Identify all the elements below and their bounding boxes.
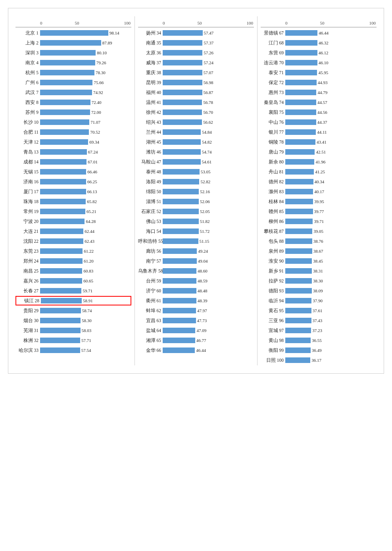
city-label: 东营 69 <box>261 50 285 56</box>
bar-area: 37.43 <box>285 316 377 325</box>
axis-header: 050100 <box>261 16 377 27</box>
bar <box>40 109 90 115</box>
bar <box>163 318 196 323</box>
chart-row: 江门 6846.32 <box>261 38 377 48</box>
city-label: 潍坊 46 <box>138 149 163 155</box>
chart-row: 包头 8838.76 <box>261 236 377 246</box>
chart-row: 日照 10036.17 <box>261 355 377 365</box>
bar-area: 41.96 <box>285 157 377 167</box>
city-label: 马鞍山 47 <box>138 159 163 165</box>
bar-area: 37.90 <box>285 296 377 305</box>
value-label: 44.57 <box>317 100 327 105</box>
city-label: 襄阳 75 <box>261 109 285 115</box>
city-label: 徐州 42 <box>138 109 163 115</box>
chart-row: 唐山 7942.51 <box>261 147 377 157</box>
value-label: 48.59 <box>198 278 208 283</box>
bar-area: 44.79 <box>285 88 377 97</box>
city-label: 绍兴 43 <box>138 119 163 125</box>
chart-row: 廊坊 5649.24 <box>138 246 254 256</box>
city-label: 成都 14 <box>15 159 40 165</box>
chart-row: 徐州 4256.70 <box>138 108 254 117</box>
city-label: 衡阳 99 <box>261 347 285 353</box>
axis-hundred-label: 100 <box>369 21 376 25</box>
bar-area: 52.16 <box>163 187 254 196</box>
chart-row: 石家庄 5252.05 <box>138 207 254 216</box>
bar-area: 79.26 <box>40 58 131 67</box>
chart-row: 黄山 9836.55 <box>261 336 377 345</box>
bar-area: 48.39 <box>163 296 254 305</box>
city-label: 宁波 20 <box>15 219 40 225</box>
chart-row: 沈阳 2262.43 <box>15 236 131 246</box>
value-label: 36.17 <box>311 358 321 363</box>
bar-area: 61.20 <box>40 256 131 266</box>
bar <box>163 100 202 105</box>
bar <box>285 248 312 254</box>
bar-area: 46.12 <box>285 48 377 58</box>
value-label: 51.72 <box>200 229 210 234</box>
bar-area: 56.98 <box>163 78 254 87</box>
chart-row: 泰州 4853.05 <box>138 167 254 177</box>
value-label: 70.52 <box>90 130 100 134</box>
bar-area: 46.32 <box>285 38 377 48</box>
value-label: 44.93 <box>318 80 328 85</box>
bar-area: 36.55 <box>285 336 377 345</box>
city-label: 绵阳 50 <box>138 189 163 195</box>
bar <box>285 298 311 303</box>
bar-area: 52.82 <box>163 177 254 186</box>
bar <box>40 90 92 95</box>
value-label: 72.40 <box>92 100 102 105</box>
axis-hundred-label: 100 <box>247 21 254 25</box>
bar <box>285 129 316 135</box>
chart-row: 绍兴 4356.62 <box>138 117 254 127</box>
value-label: 80.10 <box>97 50 107 55</box>
bar-area: 52.06 <box>163 197 254 206</box>
chart-row: 福州 4056.87 <box>138 88 254 97</box>
chart-row: 长春 2759.71 <box>15 286 131 296</box>
bar <box>163 129 201 135</box>
city-label: 宣城 97 <box>261 328 285 334</box>
chart-row: 柳州 8639.71 <box>261 217 377 226</box>
bar <box>163 109 202 115</box>
bar <box>285 159 314 165</box>
bar-area: 69.34 <box>40 137 131 147</box>
value-label: 37.90 <box>313 298 323 303</box>
city-label: 南昌 25 <box>15 268 40 274</box>
axis-fifty-label: 50 <box>198 21 202 25</box>
city-label: 湖州 45 <box>138 139 163 145</box>
bar <box>285 100 316 105</box>
bar <box>163 278 196 284</box>
bar <box>285 189 313 194</box>
city-label: 合肥 11 <box>15 129 40 135</box>
chart-row: 珠海 1865.82 <box>15 197 131 206</box>
city-label: 威海 37 <box>138 60 163 66</box>
bar-area: 44.93 <box>285 78 377 87</box>
city-label: 银川 77 <box>261 129 285 135</box>
city-label: 桂林 84 <box>261 199 285 205</box>
city-label: 洛阳 49 <box>138 179 163 185</box>
chart-row: 哈尔滨 3357.54 <box>15 346 131 355</box>
value-label: 54.61 <box>202 159 212 164</box>
bar <box>285 338 311 343</box>
bar-area: 39.77 <box>285 207 377 216</box>
value-label: 47.73 <box>197 318 207 323</box>
bar <box>163 248 197 254</box>
bar-area: 37.61 <box>285 306 377 315</box>
city-label: 株洲 32 <box>15 338 40 344</box>
bar-area: 54.82 <box>163 137 254 147</box>
bar-area: 60.83 <box>40 266 131 276</box>
chart-row: 北京 198.14 <box>15 28 131 38</box>
chart-row: 呼和浩特 5551.15 <box>138 236 254 246</box>
city-label: 福州 40 <box>138 90 163 96</box>
chart-row: 衡阳 9936.49 <box>261 346 377 355</box>
value-label: 57.37 <box>204 40 213 45</box>
bar <box>40 60 95 65</box>
chart-row: 无锡 1566.46 <box>15 167 131 177</box>
city-label: 温州 41 <box>138 100 163 106</box>
bar-area: 70.52 <box>40 127 131 137</box>
city-label: 佛山 53 <box>138 219 163 225</box>
value-label: 57.54 <box>81 348 91 353</box>
value-label: 56.98 <box>204 80 213 85</box>
bar <box>285 60 317 65</box>
bar <box>285 258 312 264</box>
city-label: 济宁 60 <box>138 288 163 294</box>
